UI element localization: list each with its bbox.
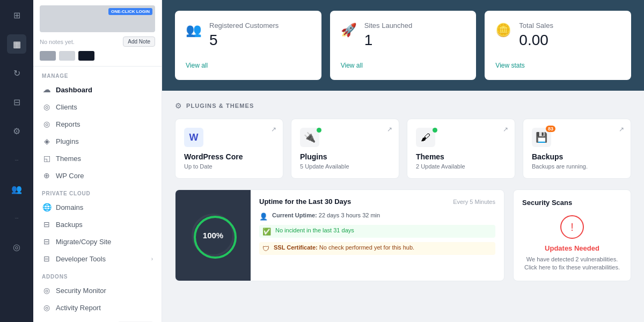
chevron-right-icon: › [151, 256, 153, 262]
stat-card-customers[interactable]: 👥 Registered Customers 5 View all [175, 11, 321, 80]
table-icon[interactable]: ⊟ [7, 92, 26, 112]
sales-value: 0.00 [519, 32, 553, 49]
sidebar-item-label-migrate: Migrate/Copy Site [56, 238, 111, 246]
activity-report-icon: ◎ [42, 303, 52, 312]
sidebar-item-label-activity-report: Activity Report [56, 304, 101, 312]
wp-core-card-title: WordPress Core [184, 152, 274, 161]
more2-icon[interactable]: ··· [7, 208, 26, 228]
clients-icon: ◎ [42, 103, 52, 111]
add-note-button[interactable]: Add Note [123, 36, 155, 47]
sales-link[interactable]: View stats [495, 53, 620, 69]
plugins-card-title: Plugins [300, 152, 390, 161]
backups-card-sub: Backups are running. [532, 163, 622, 170]
wpcore-icon: ⊕ [42, 171, 52, 180]
arrow-icon: ↗ [503, 126, 508, 133]
uptime-stat-incident: ✅ No incident in the last 31 days [259, 225, 495, 238]
sidebar-item-label-clients: Clients [56, 103, 77, 111]
security-card[interactable]: Security Scans ! Updates Needed We have … [513, 189, 631, 281]
themes-card-sub: 2 Update Available [416, 163, 506, 170]
plugin-card-backups[interactable]: ↗ 💾 83 Backups Backups are running. [523, 119, 631, 179]
customers-link[interactable]: View all [186, 53, 311, 69]
arrow-icon: ↗ [271, 126, 276, 133]
sidebar-item-staging[interactable]: ☁ Staging Coming Soon [33, 316, 162, 322]
sidebar-item-label-domains: Domains [56, 203, 83, 211]
refresh-icon[interactable]: ↻ [7, 63, 26, 83]
current-uptime-label: Current Uptime: [272, 212, 317, 218]
sidebar: ONE-CLICK LOGIN No notes yet. Add Note M… [33, 0, 162, 322]
uptime-card: 100% Uptime for the Last 30 Days Every 5… [175, 189, 504, 281]
sidebar-item-activity-report[interactable]: ◎ Activity Report [33, 299, 162, 316]
sidebar-item-wpcore[interactable]: ⊕ WP Core [33, 167, 162, 184]
uptime-title: Uptime for the Last 30 Days [259, 197, 351, 206]
security-title: Security Scans [522, 199, 572, 207]
sidebar-item-migrate[interactable]: ⊟ Migrate/Copy Site [33, 233, 162, 250]
uptime-circle: 100% [192, 214, 235, 257]
plugin-card-wordpress-core[interactable]: ↗ W WordPress Core Up to Date [175, 119, 283, 179]
sidebar-item-security-monitor[interactable]: ◎ Security Monitor [33, 282, 162, 299]
sidebar-item-themes[interactable]: ◱ Themes [33, 150, 162, 167]
swatch-gray[interactable] [40, 51, 56, 61]
sidebar-item-clients[interactable]: ◎ Clients [33, 98, 162, 115]
plugin-card-plugins[interactable]: ↗ 🔌 Plugins 5 Update Available [291, 119, 399, 179]
sidebar-item-reports[interactable]: ◎ Reports [33, 115, 162, 133]
security-alert-title: Updates Needed [545, 244, 599, 252]
security-monitor-icon: ◎ [42, 286, 52, 295]
sidebar-item-label-backups: Backups [56, 221, 83, 229]
sidebar-item-label-themes: Themes [56, 155, 81, 163]
more-icon[interactable]: ··· [7, 150, 26, 170]
sidebar-item-domains[interactable]: 🌐 Domains [33, 199, 162, 216]
uptime-info: Uptime for the Last 30 Days Every 5 Minu… [251, 190, 504, 281]
plugin-card-themes[interactable]: ↗ 🖌 Themes 2 Update Available [407, 119, 515, 179]
sidebar-item-plugins[interactable]: ◈ Plugins [33, 133, 162, 150]
plugins-themes-title: PLUGINS & THEMES [186, 103, 254, 109]
backups-icon: ⊟ [42, 220, 52, 229]
swatch-dark[interactable] [78, 51, 94, 61]
sidebar-item-label-dashboard: Dashboard [56, 86, 92, 94]
uptime-header: Uptime for the Last 30 Days Every 5 Minu… [259, 197, 495, 206]
site-thumbnail: ONE-CLICK LOGIN [40, 5, 155, 32]
settings-icon[interactable]: ◎ [7, 237, 26, 257]
sidebar-item-devtools[interactable]: ⊟ Developer Tools › [33, 250, 162, 267]
stat-card-sites[interactable]: 🚀 Sites Launched 1 View all [330, 11, 477, 80]
backups-badge: 83 [546, 126, 555, 132]
plugins-card-sub: 5 Update Available [300, 163, 390, 170]
customers-value: 5 [209, 32, 279, 49]
customers-icon: 👥 [186, 23, 202, 38]
color-swatches [40, 51, 155, 61]
layout-icon[interactable]: ▦ [7, 34, 26, 54]
shield-icon: 🛡 [262, 245, 269, 253]
uptime-stat-current: 👤 Current Uptime: 22 days 3 hours 32 min [259, 212, 495, 221]
security-alert-text: We have detected 2 vulnerabilities. Clic… [522, 255, 622, 272]
sidebar-item-label-wpcore: WP Core [56, 172, 84, 180]
customers-label: Registered Customers [209, 21, 279, 30]
migrate-icon: ⊟ [42, 237, 52, 246]
uptime-visual: 100% [175, 190, 251, 281]
grid-icon[interactable]: ⊞ [7, 5, 26, 25]
check-circle-icon: ✅ [262, 228, 271, 236]
icon-rail: ⊞ ▦ ↻ ⊟ ⚙ ··· 👥 ··· ◎ [0, 0, 33, 322]
devtools-icon: ⊟ [42, 254, 52, 263]
sidebar-item-label-reports: Reports [56, 120, 80, 128]
users-icon[interactable]: 👥 [7, 179, 26, 199]
no-incident-label: No incident in the last 31 days [275, 227, 354, 233]
ssl-value: No check performed yet for this hub. [319, 244, 414, 251]
alert-icon: ! [560, 215, 584, 239]
gear-icon[interactable]: ⚙ [7, 121, 26, 141]
swatch-light[interactable] [59, 51, 75, 61]
plugins-themes-header: ⚙ PLUGINS & THEMES [175, 101, 631, 110]
one-click-login-badge: ONE-CLICK LOGIN [108, 8, 152, 15]
svg-point-1 [195, 217, 236, 258]
no-notes-text: No notes yet. [40, 39, 75, 45]
person-icon: 👤 [259, 213, 268, 221]
domains-icon: 🌐 [42, 203, 52, 211]
addons-section-label: ADDONS [33, 267, 162, 282]
plugins-icon: ◈ [42, 137, 52, 145]
sites-link[interactable]: View all [341, 53, 466, 69]
uptime-circle-svg [192, 214, 239, 261]
backups-card-title: Backups [532, 152, 622, 161]
ssl-label: SSL Certificate: [274, 244, 318, 251]
sidebar-top: ONE-CLICK LOGIN No notes yet. Add Note [33, 0, 162, 67]
sidebar-item-backups[interactable]: ⊟ Backups [33, 216, 162, 233]
stat-card-sales[interactable]: 🪙 Total Sales 0.00 View stats [485, 11, 631, 80]
sidebar-item-dashboard[interactable]: ☁ Dashboard [33, 81, 162, 98]
